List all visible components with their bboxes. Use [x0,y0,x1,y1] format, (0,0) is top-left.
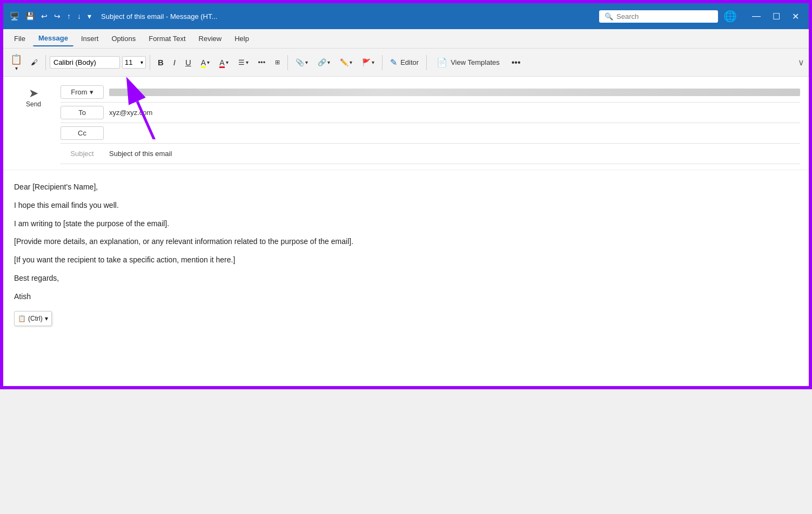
font-name-value: Calibri (Body) [53,58,96,66]
send-button[interactable]: ➤ Send [12,84,55,110]
format-painter-button[interactable]: 🖌 [27,56,42,69]
paste-dropdown[interactable]: ▾ [15,65,18,71]
underline-button[interactable]: U [182,55,195,70]
view-templates-label: View Templates [451,58,500,66]
body-line-7: Atish [14,290,798,303]
to-label: To [78,109,86,117]
flag-icon: 🚩 [362,58,371,66]
body-line-2: I hope this email finds you well. [14,199,798,212]
toolbar-expand-button[interactable]: ∨ [798,57,804,67]
close-button[interactable]: ✕ [787,9,804,24]
menu-item-review[interactable]: Review [193,31,227,46]
menu-item-message[interactable]: Message [33,31,73,46]
separator-1 [45,55,46,70]
menu-item-options[interactable]: Options [106,31,141,46]
italic-button[interactable]: I [170,55,179,70]
save-icon[interactable]: 💾 [23,11,37,22]
font-size-select[interactable]: 11 ▾ [122,56,146,69]
more-formatting-button[interactable]: ••• [254,56,270,69]
paperclip-icon: 📎 [296,58,304,66]
signature-button[interactable]: ✏️ ▾ [336,56,356,69]
paste-button[interactable]: 📋 ▾ [8,52,25,73]
editor-icon: ✎ [390,57,397,67]
title-bar: 🖥️ 💾 ↩ ↪ ↑ ↓ ▾ Subject of this email - M… [3,3,809,29]
from-value [109,89,800,96]
attach-dropdown[interactable]: ▾ [305,59,308,65]
window-controls: — ☐ ✕ [747,9,804,24]
cc-label: Cc [78,129,86,137]
editor-button[interactable]: ✎ Editor [386,55,422,70]
list-button[interactable]: ☰ ▾ [234,56,252,69]
font-size-dropdown[interactable]: ▾ [140,59,143,65]
search-box[interactable]: 🔍 [599,10,718,23]
signature-icon: ✏️ [340,58,348,66]
view-templates-button[interactable]: 📄 View Templates [431,55,506,70]
separator-5 [426,55,427,70]
templates-icon: 📄 [437,57,447,67]
from-row: From ▾ [61,82,800,103]
restore-button[interactable]: ☐ [767,9,786,24]
send-icon: ➤ [29,86,38,100]
menu-item-file[interactable]: File [9,31,31,46]
editor-label: Editor [400,58,419,66]
redo-icon[interactable]: ↪ [52,11,63,22]
body-line-1: Dear [Recipient's Name], [14,181,798,194]
move-down-icon[interactable]: ↓ [75,11,83,22]
link-icon: 🔗 [318,58,326,66]
globe-icon: 🌐 [723,10,737,23]
format-painter-icon: 🖌 [31,58,38,66]
list-icon: ☰ [238,58,245,66]
paste-options-icon: 📋 [18,313,26,324]
paste-options-dropdown[interactable]: ▾ [45,313,48,324]
signature-dropdown[interactable]: ▾ [350,59,352,65]
paste-options-label: (Ctrl) [28,313,43,324]
paste-icon: 📋 [10,53,22,65]
email-form: ➤ Send From ▾ To xyz@xy [3,77,809,170]
separator-4 [382,55,382,70]
menu-item-insert[interactable]: Insert [76,31,104,46]
separator-2 [150,55,150,70]
menu-bar: File Message Insert Options Format Text … [3,29,809,49]
font-name-select[interactable]: Calibri (Body) [50,56,120,69]
minimize-button[interactable]: — [747,9,766,23]
to-value[interactable]: xyz@xyz.com [109,109,800,117]
undo-icon[interactable]: ↩ [39,11,50,22]
toolbar: 📋 ▾ 🖌 Calibri (Body) 11 ▾ B I U [3,49,809,77]
bold-button[interactable]: B [154,55,167,70]
subject-value[interactable]: Subject of this email [109,150,800,158]
font-color-dropdown[interactable]: ▾ [226,59,229,65]
body-line-4: [Provide more details, an explanation, o… [14,235,798,248]
font-expand-button[interactable]: ⊞ [271,56,284,69]
cc-row: Cc [61,123,800,144]
more-options-button[interactable]: ••• [508,55,525,70]
from-button[interactable]: From ▾ [61,85,104,99]
body-line-6: Best regards, [14,272,798,285]
to-button[interactable]: To [61,106,104,119]
email-content[interactable]: Dear [Recipient's Name], I hope this ema… [3,170,809,386]
paste-options-popup[interactable]: 📋 (Ctrl) ▾ [14,311,52,326]
link-dropdown[interactable]: ▾ [327,59,330,65]
menu-item-format-text[interactable]: Format Text [143,31,191,46]
from-dropdown-icon: ▾ [90,88,93,96]
from-label: From [71,88,87,96]
highlight-button[interactable]: A ▾ [197,56,213,70]
window-title: Subject of this email - Message (HT... [101,12,596,21]
move-up-icon[interactable]: ↑ [65,11,73,22]
cc-button[interactable]: Cc [61,126,104,140]
flag-dropdown[interactable]: ▾ [372,59,374,65]
search-input[interactable] [616,12,703,21]
body-line-3: I am writing to [state the purpose of th… [14,218,798,231]
highlight-dropdown[interactable]: ▾ [207,59,210,65]
search-icon: 🔍 [605,12,613,21]
font-color-button[interactable]: A ▾ [216,56,232,70]
attach-button[interactable]: 📎 ▾ [292,56,312,69]
dropdown-arrow-icon[interactable]: ▾ [85,11,93,22]
subject-label: Subject [61,150,104,158]
to-row: To xyz@xyz.com [61,103,800,123]
link-button[interactable]: 🔗 ▾ [314,56,334,69]
list-dropdown[interactable]: ▾ [246,59,249,65]
flag-button[interactable]: 🚩 ▾ [358,56,378,69]
menu-item-help[interactable]: Help [229,31,254,46]
highlight-icon: A [201,58,206,67]
separator-3 [287,55,288,70]
